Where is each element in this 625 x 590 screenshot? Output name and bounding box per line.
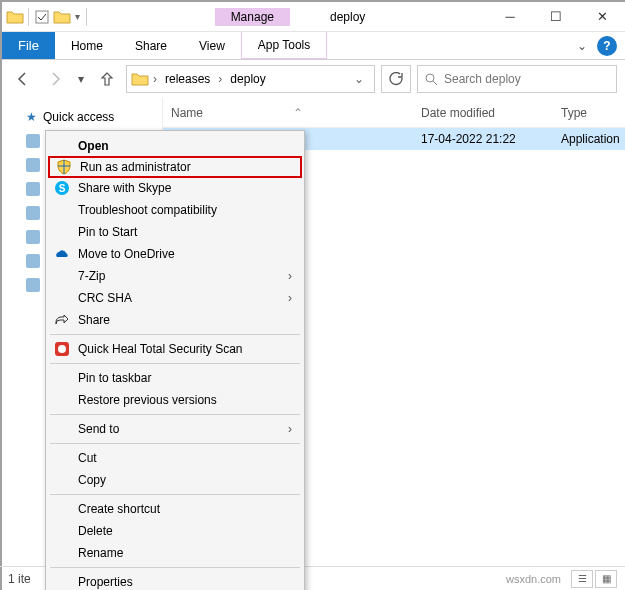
menu-share[interactable]: Share — [48, 309, 302, 331]
drive-icon — [26, 182, 40, 196]
window-controls: ─ ☐ ✕ — [487, 2, 625, 31]
share-icon — [54, 312, 70, 328]
submenu-arrow-icon: › — [288, 422, 292, 436]
menu-rename[interactable]: Rename — [48, 542, 302, 564]
star-icon: ★ — [26, 110, 37, 124]
address-dropdown-icon[interactable]: ⌄ — [348, 72, 370, 86]
menu-crc-sha[interactable]: CRC SHA› — [48, 287, 302, 309]
menu-move-onedrive[interactable]: Move to OneDrive — [48, 243, 302, 265]
search-box[interactable]: Search deploy — [417, 65, 617, 93]
folder-icon — [131, 70, 149, 88]
qat-dropdown-icon[interactable]: ▾ — [73, 11, 82, 22]
column-date[interactable]: Date modified — [421, 106, 561, 120]
shield-icon — [56, 159, 72, 175]
drive-icon — [26, 278, 40, 292]
watermark: wsxdn.com — [506, 573, 561, 585]
menu-troubleshoot[interactable]: Troubleshoot compatibility — [48, 199, 302, 221]
maximize-button[interactable]: ☐ — [533, 2, 579, 31]
help-button[interactable]: ? — [597, 36, 617, 56]
menu-open[interactable]: Open — [48, 135, 302, 157]
details-view-button[interactable]: ☰ — [571, 570, 593, 588]
file-type-cell: Application — [561, 132, 620, 146]
menu-7zip[interactable]: 7-Zip› — [48, 265, 302, 287]
share-tab[interactable]: Share — [119, 32, 183, 59]
submenu-arrow-icon: › — [288, 291, 292, 305]
svg-point-1 — [426, 74, 434, 82]
title-bar: ▾ Manage deploy ─ ☐ ✕ — [2, 2, 625, 32]
sidebar-quick-access[interactable]: ★ Quick access — [8, 108, 156, 126]
nav-row: ▾ › releases › deploy ⌄ Search deploy — [2, 60, 625, 98]
sidebar-item-label: Quick access — [43, 110, 114, 124]
onedrive-icon — [54, 246, 70, 262]
home-tab[interactable]: Home — [55, 32, 119, 59]
collapse-ribbon-icon[interactable]: ⌄ — [571, 32, 593, 59]
column-name[interactable]: Name⌃ — [171, 106, 421, 120]
search-placeholder: Search deploy — [444, 72, 521, 86]
submenu-arrow-icon: › — [288, 269, 292, 283]
drive-icon — [26, 134, 40, 148]
folder-icon — [33, 8, 51, 26]
close-button[interactable]: ✕ — [579, 2, 625, 31]
chevron-right-icon[interactable]: › — [216, 72, 224, 86]
menu-share-skype[interactable]: S Share with Skype — [48, 177, 302, 199]
separator — [86, 8, 87, 26]
breadcrumb-item[interactable]: deploy — [226, 72, 269, 86]
file-date-cell: 17-04-2022 21:22 — [421, 132, 561, 146]
quick-access-toolbar: ▾ — [2, 2, 93, 31]
file-tab[interactable]: File — [2, 32, 55, 59]
up-button[interactable] — [94, 66, 120, 92]
refresh-button[interactable] — [381, 65, 411, 93]
menu-pin-taskbar[interactable]: Pin to taskbar — [48, 367, 302, 389]
quickheal-icon — [54, 341, 70, 357]
drive-icon — [26, 230, 40, 244]
thumbnails-view-button[interactable]: ▦ — [595, 570, 617, 588]
recent-locations-button[interactable]: ▾ — [74, 66, 88, 92]
folder-icon — [6, 8, 24, 26]
svg-point-5 — [58, 345, 66, 353]
column-type[interactable]: Type — [561, 106, 587, 120]
title-center: Manage deploy — [93, 2, 487, 31]
ribbon-tabs: File Home Share View App Tools ⌄ ? — [2, 32, 625, 60]
separator — [28, 8, 29, 26]
window-title: deploy — [330, 10, 365, 24]
menu-restore-versions[interactable]: Restore previous versions — [48, 389, 302, 411]
menu-pin-start[interactable]: Pin to Start — [48, 221, 302, 243]
context-menu: Open Run as administrator S Share with S… — [45, 130, 305, 590]
svg-text:S: S — [59, 183, 66, 194]
menu-quickheal[interactable]: Quick Heal Total Security Scan — [48, 338, 302, 360]
menu-delete[interactable]: Delete — [48, 520, 302, 542]
menu-run-as-admin[interactable]: Run as administrator — [48, 156, 302, 178]
column-headers: Name⌃ Date modified Type — [163, 98, 625, 128]
minimize-button[interactable]: ─ — [487, 2, 533, 31]
contextual-tab-label: Manage — [215, 8, 290, 26]
status-item-count: 1 ite — [8, 572, 31, 586]
skype-icon: S — [54, 180, 70, 196]
drive-icon — [26, 206, 40, 220]
view-tab[interactable]: View — [183, 32, 241, 59]
menu-create-shortcut[interactable]: Create shortcut — [48, 498, 302, 520]
app-tools-tab[interactable]: App Tools — [241, 32, 327, 59]
svg-rect-0 — [36, 11, 48, 23]
menu-cut[interactable]: Cut — [48, 447, 302, 469]
search-icon — [424, 72, 438, 86]
folder-icon — [53, 8, 71, 26]
menu-send-to[interactable]: Send to› — [48, 418, 302, 440]
forward-button[interactable] — [42, 66, 68, 92]
menu-properties[interactable]: Properties — [48, 571, 302, 590]
back-button[interactable] — [10, 66, 36, 92]
breadcrumb-item[interactable]: releases — [161, 72, 214, 86]
drive-icon — [26, 254, 40, 268]
chevron-right-icon[interactable]: › — [151, 72, 159, 86]
drive-icon — [26, 158, 40, 172]
menu-copy[interactable]: Copy — [48, 469, 302, 491]
address-bar[interactable]: › releases › deploy ⌄ — [126, 65, 375, 93]
